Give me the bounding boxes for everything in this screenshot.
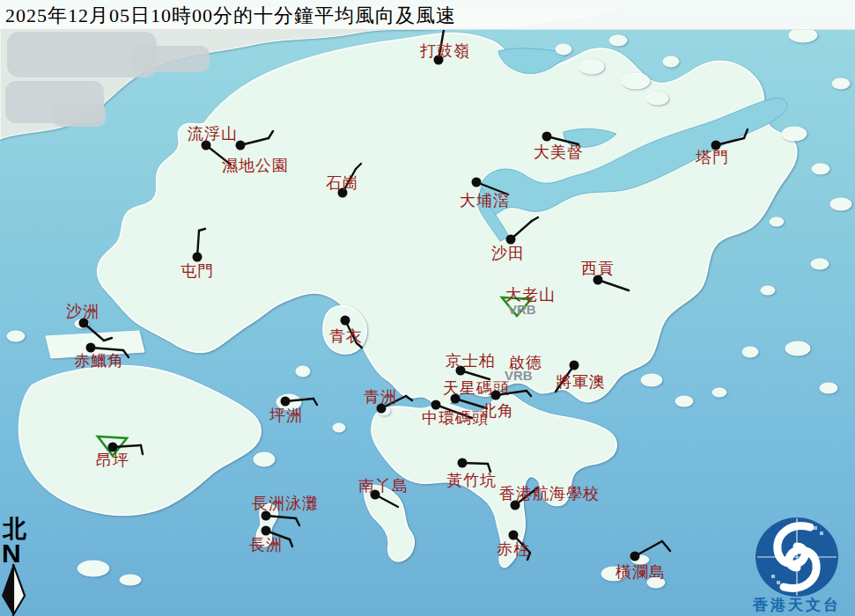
station-dot — [193, 253, 203, 262]
station-label: 赤鱲角 — [74, 352, 124, 370]
station-label: 大老山 — [505, 286, 556, 304]
station-dot — [509, 531, 519, 540]
station-label: 青洲 — [364, 388, 397, 406]
station-label: 塔門 — [695, 149, 729, 166]
station-dot — [262, 526, 271, 536]
station-label: 長洲 — [249, 536, 283, 554]
station-label: 流浮山 — [188, 125, 238, 143]
station-label: 濕地公園 — [222, 157, 289, 174]
station-label: 黃竹坑 — [446, 472, 497, 489]
station-dot — [341, 316, 350, 326]
title-bar: 2025年12月05日10時00分的十分鐘平均風向及風速 — [0, 0, 855, 30]
station-label: 香港航海學校 — [499, 485, 600, 502]
station-dot — [630, 552, 640, 561]
station-dot — [472, 178, 482, 187]
station-label: 赤柱 — [497, 540, 530, 558]
station-dot — [281, 397, 291, 407]
north-label-n: N — [2, 539, 21, 568]
station-label: 沙洲 — [66, 303, 100, 320]
station-label: 啟德 — [509, 354, 542, 371]
station-label: 大美督 — [534, 143, 584, 161]
station-dot — [108, 443, 118, 452]
station-label: 西貢 — [581, 260, 615, 277]
station-label: 石崗 — [326, 174, 359, 192]
wind-map-screen: 打鼓嶺流浮山濕地公園石崗大美督塔門大埔滘沙田屯門西貢VRB大老山沙洲赤鱲角青衣京… — [0, 0, 855, 616]
station-dot — [542, 132, 552, 142]
station-dot — [262, 511, 271, 521]
station-dot — [236, 141, 246, 150]
station-label: 北角 — [481, 402, 514, 420]
station-label: 屯門 — [181, 262, 214, 280]
station-label: 打鼓嶺 — [420, 42, 470, 60]
station-label: 南丫島 — [358, 477, 409, 495]
station-dot — [570, 361, 579, 370]
logo-text-cjk: 香港天文台 — [752, 597, 841, 613]
station-label: 沙田 — [491, 245, 525, 262]
vrb-label: VRB — [508, 302, 536, 317]
station-label: 中環碼頭 — [422, 409, 489, 427]
station-dot — [86, 343, 96, 353]
station-label: 京士柏 — [446, 352, 496, 370]
station-dot — [491, 391, 501, 400]
station-label: 昂坪 — [96, 451, 129, 469]
map-title: 2025年12月05日10時00分的十分鐘平均風向及風速 — [5, 3, 456, 29]
station-dot — [431, 400, 441, 410]
station-label: 橫瀾島 — [615, 563, 666, 581]
station-label: 將軍澳 — [556, 373, 606, 391]
station-label: 青衣 — [329, 327, 363, 345]
station-dot — [506, 235, 516, 245]
hong-kong-wind-map: 打鼓嶺流浮山濕地公園石崗大美督塔門大埔滘沙田屯門西貢VRB大老山沙洲赤鱲角青衣京… — [0, 0, 855, 616]
station-label: 坪洲 — [269, 407, 303, 424]
station-label: 長洲泳灘 — [252, 495, 319, 512]
station-dot — [458, 458, 468, 468]
station-label: 大埔滘 — [460, 192, 510, 209]
